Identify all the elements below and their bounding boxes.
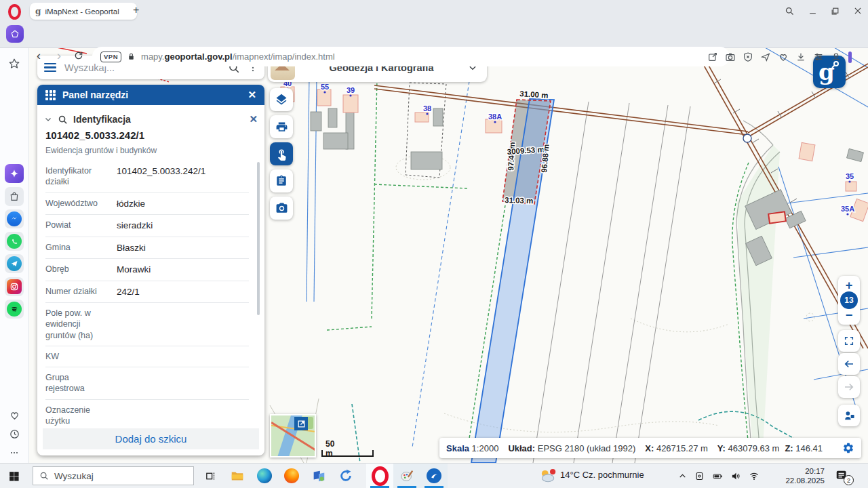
weather-widget-icon[interactable] — [536, 464, 559, 488]
identification-close-icon[interactable]: ✕ — [249, 113, 258, 125]
tray-clock[interactable]: 20:17 22.08.2025 — [781, 466, 825, 485]
url-field[interactable]: VPN mapy.geoportal.gov.pl/imapnext/imap/… — [92, 47, 730, 66]
tray-app-icon[interactable] — [694, 471, 705, 481]
taskbar-search-box[interactable]: Wyszukaj — [33, 466, 194, 485]
zoom-out-button[interactable]: − — [846, 310, 853, 320]
field-row: Oznaczenie użytku — [45, 400, 249, 428]
spotify-icon[interactable] — [5, 300, 24, 319]
coord-z-value: 146.41 — [795, 443, 823, 453]
windows-logo-icon — [8, 470, 20, 482]
taskbar-firefox[interactable] — [278, 464, 305, 488]
opera-home-button[interactable] — [6, 25, 24, 43]
address-label: 38A — [488, 113, 502, 121]
identify-tool-button[interactable] — [270, 142, 293, 165]
battery-icon[interactable] — [712, 471, 724, 481]
browser-titlebar: g iMapNext - Geoportal + — [0, 0, 868, 22]
address-point — [349, 94, 351, 96]
taskbar-file-explorer[interactable] — [224, 464, 251, 488]
telegram-icon[interactable] — [5, 254, 24, 273]
weather-text[interactable]: 14°C Cz. pochmurnie — [560, 470, 644, 480]
snapshot-camera-icon[interactable] — [725, 52, 736, 62]
identification-section-header[interactable]: Identyfikacja ✕ — [44, 110, 258, 128]
download-icon[interactable] — [795, 52, 806, 62]
tray-time: 20:17 — [781, 466, 825, 476]
field-row: Numer działki242/1 — [45, 281, 249, 304]
close-button[interactable] — [853, 6, 863, 16]
extensions-sliders-icon[interactable] — [813, 52, 824, 62]
taskbar-remote-app[interactable] — [305, 464, 332, 488]
notification-center-button[interactable]: 2 — [830, 464, 854, 488]
zoom-in-button[interactable]: + — [846, 281, 853, 290]
minimap-expand-button[interactable] — [294, 417, 308, 430]
address-label: 55 — [321, 83, 329, 91]
identify-touch-icon — [275, 148, 288, 161]
aria-ai-icon[interactable] — [5, 164, 24, 183]
fullscreen-icon — [844, 336, 854, 346]
sidebar-more-icon[interactable] — [5, 443, 24, 462]
sun-cloud-icon — [538, 467, 556, 485]
shopping-bag-icon[interactable] — [5, 187, 24, 206]
address-label: 38 — [423, 104, 431, 113]
share-edit-icon[interactable] — [707, 52, 718, 62]
back-button[interactable]: ‹ — [37, 49, 41, 63]
tools-panel-header[interactable]: Panel narzędzi ✕ — [37, 85, 264, 105]
minimize-button[interactable] — [808, 7, 817, 16]
overview-minimap[interactable] — [270, 414, 316, 458]
history-heart-icon[interactable] — [5, 405, 24, 424]
clipboard-tool-button[interactable] — [270, 169, 293, 192]
map-back-button[interactable] — [838, 353, 860, 375]
taskbar-edge[interactable] — [251, 464, 278, 488]
add-to-sketch-button[interactable]: Dodaj do szkicu — [43, 428, 259, 449]
taskbar-update-app[interactable] — [332, 464, 359, 488]
paint-palette-icon — [399, 468, 414, 483]
taskbar-opera[interactable] — [366, 464, 393, 488]
instagram-icon[interactable] — [5, 277, 24, 296]
chevron-down-icon[interactable] — [44, 115, 52, 123]
map-forward-button[interactable] — [838, 376, 860, 398]
shield-adblock-icon[interactable] — [743, 52, 753, 62]
opera-logo-icon[interactable] — [8, 4, 21, 20]
layers-tool-button[interactable] — [270, 88, 293, 111]
pinboard-star-icon[interactable] — [5, 54, 24, 73]
taskbar-paint-app[interactable] — [393, 464, 420, 488]
panel-close-icon[interactable]: ✕ — [248, 89, 256, 101]
whatsapp-icon[interactable] — [5, 232, 24, 251]
start-button[interactable] — [0, 464, 27, 488]
volume-icon[interactable] — [731, 471, 741, 481]
send-flow-icon[interactable] — [760, 52, 771, 62]
scale-value: 1:2000 — [472, 443, 499, 453]
attribute-fields-list: Identyfikator działki101402_5.0033.242/1… — [45, 161, 249, 428]
panel-scrollbar[interactable] — [257, 162, 260, 315]
status-settings-gear-icon[interactable] — [842, 442, 854, 454]
menu-hamburger-icon[interactable] — [44, 61, 56, 75]
tools-panel: Panel narzędzi ✕ Identyfikacja ✕ 101402_… — [37, 85, 264, 455]
field-label: Gmina — [45, 242, 110, 253]
coord-x-label: X: — [645, 443, 654, 453]
new-tab-button[interactable]: + — [133, 4, 139, 16]
network-wifi-icon[interactable] — [749, 471, 760, 481]
field-label: Obręb — [45, 264, 110, 274]
messenger-icon[interactable] — [5, 209, 24, 228]
fullscreen-button[interactable] — [838, 330, 860, 352]
browser-tab[interactable]: g iMapNext - Geoportal — [30, 3, 137, 20]
windows-taskbar: Wyszukaj — [0, 463, 868, 488]
tray-expand-chevron-icon[interactable] — [678, 472, 687, 481]
vpn-badge[interactable]: VPN — [100, 52, 121, 62]
profile-icon[interactable] — [831, 52, 842, 62]
arrow-right-icon — [843, 381, 855, 393]
field-value: 101402_5.0033.242/1 — [110, 165, 249, 178]
opera-sidebar — [0, 47, 29, 463]
camera-tool-button[interactable] — [270, 197, 293, 220]
print-tool-button[interactable] — [270, 115, 293, 138]
user-location-button[interactable] — [838, 405, 860, 426]
sidebar-toggle-indicator[interactable] — [848, 52, 852, 63]
taskbar-openoffice[interactable] — [420, 464, 448, 488]
firefox-icon — [284, 468, 299, 483]
task-view-button[interactable] — [197, 464, 224, 488]
forward-button[interactable]: › — [57, 49, 61, 63]
heart-favorites-icon[interactable] — [778, 52, 789, 62]
history-clock-icon[interactable] — [5, 424, 24, 443]
reload-button[interactable] — [73, 50, 84, 61]
titlebar-search-icon[interactable] — [785, 6, 795, 16]
maximize-button[interactable] — [831, 7, 840, 16]
